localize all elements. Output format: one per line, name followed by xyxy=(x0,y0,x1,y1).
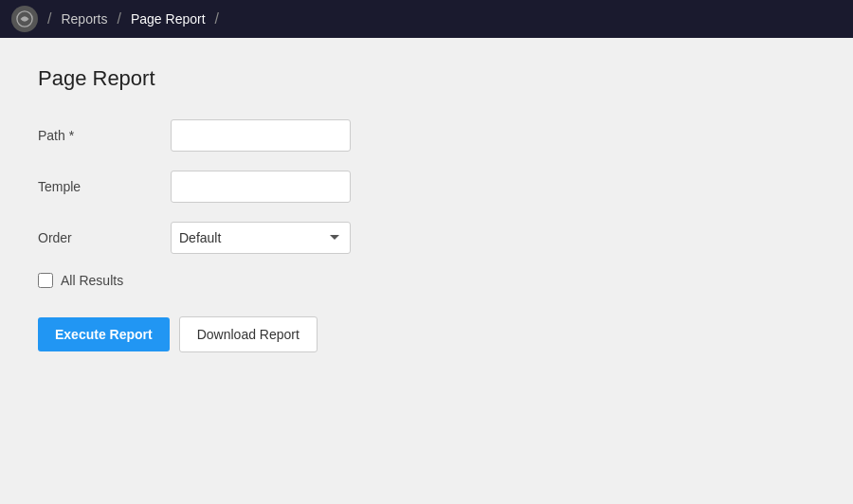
order-select[interactable]: Default Ascending Descending xyxy=(171,222,351,254)
temple-input[interactable] xyxy=(171,171,351,203)
button-row: Execute Report Download Report xyxy=(38,316,815,352)
page-title: Page Report xyxy=(38,66,815,91)
all-results-checkbox[interactable] xyxy=(38,273,53,288)
download-report-button[interactable]: Download Report xyxy=(179,316,318,352)
path-row: Path * xyxy=(38,119,815,152)
logo-icon[interactable] xyxy=(11,6,38,32)
report-form: Path * Temple Order Default Ascending De… xyxy=(38,119,815,352)
breadcrumb-separator-2: / xyxy=(117,10,120,27)
breadcrumb-separator-1: / xyxy=(47,10,51,27)
order-row: Order Default Ascending Descending xyxy=(38,222,815,254)
temple-row: Temple xyxy=(38,171,815,203)
breadcrumb-reports[interactable]: Reports xyxy=(61,11,107,27)
execute-report-button[interactable]: Execute Report xyxy=(38,317,170,351)
topbar: / Reports / Page Report / xyxy=(0,0,853,38)
path-input[interactable] xyxy=(171,119,351,152)
temple-label: Temple xyxy=(38,179,171,194)
path-label: Path * xyxy=(38,128,171,143)
all-results-row: All Results xyxy=(38,273,815,288)
breadcrumb-page-report[interactable]: Page Report xyxy=(131,11,206,27)
all-results-label[interactable]: All Results xyxy=(61,273,123,288)
main-content: Page Report Path * Temple Order Default … xyxy=(0,38,853,504)
breadcrumb-separator-3: / xyxy=(215,10,219,27)
order-label: Order xyxy=(38,230,171,245)
